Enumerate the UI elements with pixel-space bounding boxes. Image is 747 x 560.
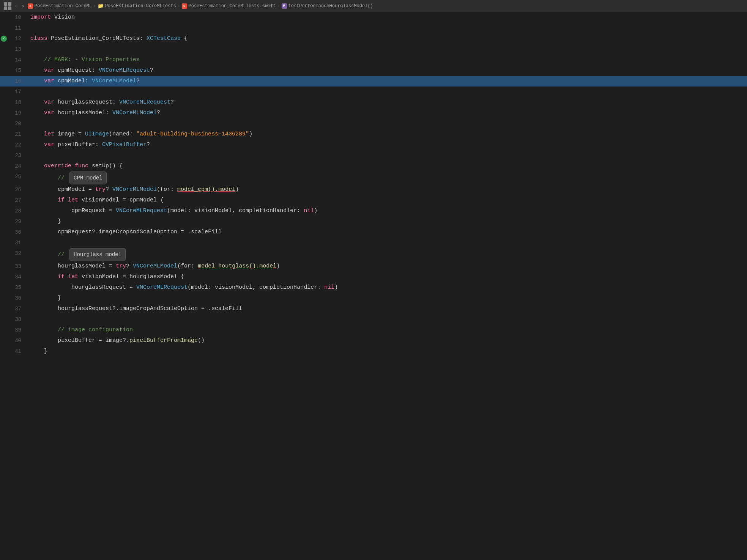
code-token-plain: ? [136,78,140,84]
forward-arrow[interactable]: › [20,3,25,9]
code-line: 17 [0,87,747,97]
callout-bubble: Hourglass model [69,248,126,261]
line-content[interactable]: hourglassModel = try? VNCoreMLModel(for:… [27,261,747,272]
line-number: 26 [8,184,27,195]
line-content[interactable] [27,118,747,129]
gutter-icon [0,12,8,23]
code-token-type: VNCoreMLModel [133,263,177,269]
code-line: ✓12class PoseEstimation_CoreMLTests: XCT… [0,33,747,44]
line-content[interactable]: override func setUp() { [27,161,747,171]
code-line: 22 var pixelBuffer: CVPixelBuffer? [0,140,747,150]
gutter-icon [0,335,8,346]
line-number: 10 [8,12,27,23]
gutter-icon [0,65,8,76]
code-token-plain [30,274,58,280]
code-token-plain: } [30,348,47,354]
gutter-icon [0,129,8,140]
line-content[interactable]: var hourglassRequest: VNCoreMLRequest? [27,97,747,108]
line-content[interactable] [27,44,747,55]
line-content[interactable]: var hourglassModel: VNCoreMLModel? [27,108,747,118]
gutter-icon [0,76,8,87]
line-content[interactable]: var cpmModel: VNCoreMLModel? [27,76,747,87]
gutter-icon [0,272,8,282]
gutter-icon [0,304,8,314]
code-token-plain: cpmRequest = [30,208,116,214]
line-content[interactable]: if let visionModel = cpmModel { [27,195,747,206]
line-number: 15 [8,65,27,76]
line-content[interactable]: var cpmRequest: VNCoreMLRequest? [27,65,747,76]
breadcrumb-file[interactable]: S PoseEstimation_CoreMLTests.swift [182,3,276,9]
code-line: 18 var hourglassRequest: VNCoreMLRequest… [0,97,747,108]
code-token-plain: (named: [109,131,136,137]
line-content[interactable]: cpmModel = try? VNCoreMLModel(for: model… [27,184,747,195]
breadcrumb-method[interactable]: M testPerformanceHourglassModel() [282,3,373,9]
gutter-icon [0,171,8,184]
line-content[interactable]: } [27,216,747,227]
breadcrumb-group-label: PoseEstimation-CoreMLTests [105,3,176,9]
line-content[interactable]: // MARK: - Vision Properties [27,55,747,65]
line-content[interactable]: class PoseEstimation_CoreMLTests: XCTest… [27,33,747,44]
line-content[interactable]: if let visionModel = hourglassModel { [27,272,747,282]
code-token-method: pixelBufferFromImage [129,337,198,344]
code-token-kw: var [30,99,54,105]
line-content[interactable]: // Hourglass model [27,248,747,261]
code-token-kw: import [30,14,51,20]
line-number: 22 [8,140,27,150]
line-content[interactable]: // CPM model [27,171,747,184]
line-number: 16 [8,76,27,87]
gutter-icon [0,346,8,357]
breadcrumb-sep-1: › [93,4,96,8]
breadcrumb-project[interactable]: S PoseEstimation-CoreML [28,3,92,9]
code-line: 34 if let visionModel = hourglassModel { [0,272,747,282]
code-token-kw: func [75,163,88,169]
code-token-type: VNCoreMLModel [112,186,157,193]
code-token-plain: ? [106,186,112,193]
line-content[interactable]: hourglassRequest?.imageCropAndScaleOptio… [27,304,747,314]
back-arrow[interactable]: ‹ [14,3,18,9]
code-line: 19 var hourglassModel: VNCoreMLModel? [0,108,747,118]
line-content[interactable]: } [27,346,747,357]
line-content[interactable]: cpmRequest?.imageCropAndScaleOption = .s… [27,227,747,238]
line-content[interactable]: } [27,293,747,304]
code-token-plain: } [30,218,61,225]
code-token-comment: // [30,252,68,258]
line-content[interactable]: import Vision [27,12,747,23]
gutter-icon [0,150,8,161]
code-token-plain: cpmModel = [30,186,95,193]
line-content[interactable]: let image = UIImage(named: "adult-buildi… [27,129,747,140]
code-token-kw: var [30,67,54,74]
code-token-plain: (model: visionModel, completionHandler: [188,284,324,291]
breadcrumb-sep-3: › [277,4,280,8]
breadcrumb-group[interactable]: 📁 PoseEstimation-CoreMLTests [98,3,176,9]
line-content[interactable]: var pixelBuffer: CVPixelBuffer? [27,140,747,150]
grid-icon[interactable] [4,2,11,10]
callout-bubble: CPM model [69,171,107,184]
code-line: 15 var cpmRequest: VNCoreMLRequest? [0,65,747,76]
navigation-bar: ‹ › S PoseEstimation-CoreML › 📁 PoseEsti… [0,0,747,12]
code-line: 21 let image = UIImage(named: "adult-bui… [0,129,747,140]
line-content[interactable] [27,314,747,325]
code-token-plain: ? [126,263,133,269]
line-content[interactable]: pixelBuffer = image?.pixelBufferFromImag… [27,335,747,346]
code-token-plain: hourglassModel: [54,110,112,116]
code-line: 26 cpmModel = try? VNCoreMLModel(for: mo… [0,184,747,195]
line-number: 32 [8,248,27,261]
line-content[interactable] [27,87,747,97]
line-content[interactable] [27,150,747,161]
code-token-plain: hourglassModel = [30,263,116,269]
gutter-icon [0,44,8,55]
line-content[interactable]: hourglassRequest = VNCoreMLRequest(model… [27,282,747,293]
line-content[interactable] [27,23,747,33]
line-content[interactable]: cpmRequest = VNCoreMLRequest(model: visi… [27,206,747,216]
code-token-plain: () [198,337,205,344]
line-content[interactable] [27,238,747,248]
line-content[interactable]: // image configuration [27,325,747,335]
line-number: 19 [8,108,27,118]
code-token-type: VNCoreMLRequest [99,67,150,74]
code-token-kw: try [95,186,106,193]
gutter-icon [0,140,8,150]
line-number: 34 [8,272,27,282]
gutter-icon [0,282,8,293]
code-token-kw: var [30,110,54,116]
code-line: 36 } [0,293,747,304]
